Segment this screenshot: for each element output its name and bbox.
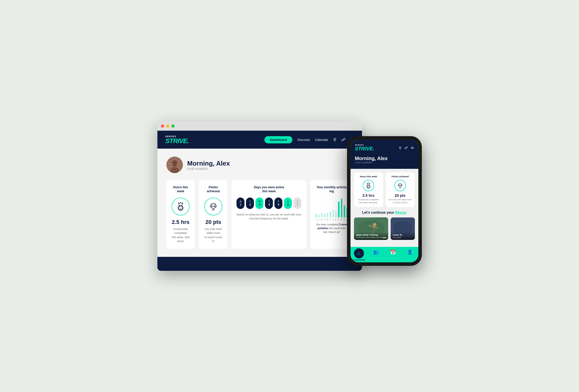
desktop-nav: HEROES STRIVE. Dashboard Discover Calend…	[157, 131, 362, 149]
bar-mar	[321, 212, 322, 217]
profile-icon: 👤	[407, 249, 413, 255]
label-s: S	[338, 218, 339, 221]
workout-card-lower-body[interactable]: Lower B... 30 minutes	[391, 217, 415, 240]
bar-jul	[333, 210, 334, 217]
phone-nav-dashboard[interactable]: ⌂ DASHBOARD	[350, 249, 367, 261]
label-a2: A	[335, 218, 336, 221]
mac-titlebar	[157, 121, 362, 131]
mac-close-button[interactable]	[161, 124, 164, 128]
calendar-icon: 📅	[390, 249, 396, 255]
svg-text:1: 1	[180, 207, 181, 209]
phone-card-hours: Hours this week 1 2.5 hrs of exer	[354, 172, 383, 207]
phone-logo-strive: STRIVE.	[355, 146, 374, 152]
card-points: Points achieved 100 20 pts	[199, 180, 228, 249]
days-row: M 1 T 2 W 3 T	[236, 197, 301, 209]
nav-calendar[interactable]: Calendar	[315, 138, 328, 142]
day-3: W 3	[255, 197, 263, 209]
svg-text:100: 100	[399, 185, 401, 186]
medal-svg: 1	[176, 202, 185, 211]
card-points-title: Points achieved	[204, 186, 223, 193]
day-5: F 5	[274, 197, 282, 209]
phone-body: Hours this week 1 2.5 hrs of exer	[350, 169, 418, 247]
uuid-label: UUID NUMBER	[187, 167, 230, 170]
phone-hours-title: Hours this week	[357, 175, 380, 178]
label-a: A	[324, 218, 325, 221]
card-days-active: Days you were activethis week M 1 T 2	[232, 180, 306, 249]
nav-right: Dashboard Discover Calendar ⚲ ☍ ✉	[264, 136, 354, 143]
svg-text:1: 1	[368, 186, 369, 188]
phone-points-value: 20 pts	[389, 193, 412, 197]
trophy-icon: 100	[204, 197, 222, 215]
chart-description: You have completed 3 more activities thi…	[315, 223, 348, 234]
phone-screen: HEROES STRIVE. ⚲ ☍ ✉ Morning, Alex UUID …	[350, 140, 418, 262]
label-n: N	[344, 218, 345, 221]
monthly-title: Your monthly activity log	[315, 186, 348, 193]
bar-nov	[344, 205, 345, 217]
day-1: M 1	[236, 197, 244, 209]
workout-1-progress: 45%	[381, 236, 388, 240]
points-subtitle: you only need 20pts moreto reach Level 2…	[204, 227, 223, 243]
bars-area	[315, 197, 348, 217]
phone-card-points: Points achieved 100	[386, 172, 415, 207]
bar-chart: J F M A M J J A S O N D	[315, 197, 348, 221]
fitness-title: Let's continue your fitness	[354, 210, 415, 214]
card-hours-week: Hours this week 1 2.5 hrs of exercises c…	[166, 180, 195, 249]
phone-outer: HEROES STRIVE. ⚲ ☍ ✉ Morning, Alex UUID …	[347, 136, 422, 266]
mac-window: HEROES STRIVE. Dashboard Discover Calend…	[157, 121, 362, 271]
hours-value: 2.5 hrs	[172, 219, 190, 225]
phone-search-icon[interactable]: ⚲	[399, 146, 401, 150]
logo: HEROES STRIVE.	[165, 135, 189, 144]
nav-dashboard[interactable]: Dashboard	[264, 136, 292, 143]
card-hours-title: Hours this week	[171, 186, 190, 193]
home-icon: ⌂	[357, 250, 360, 256]
day-7: S 7	[293, 197, 301, 209]
phone-workouts-row: Upper Body Training 30 minutes | Interme…	[354, 217, 415, 240]
cards-row: Hours this week 1 2.5 hrs of exercises c…	[166, 180, 353, 249]
user-greeting: Morning, Alex UUID NUMBER	[166, 157, 353, 173]
svg-point-7	[176, 163, 178, 166]
phone-notification-icon[interactable]: ✉	[411, 146, 414, 150]
phone-nav: HEROES STRIVE. ⚲ ☍ ✉	[350, 140, 418, 156]
workout-2-title: Lower B...	[393, 234, 413, 236]
bar-feb	[318, 214, 320, 217]
workout-card-upper-body[interactable]: Upper Body Training 30 minutes | Interme…	[354, 217, 388, 240]
search-icon[interactable]: ⚲	[333, 137, 336, 142]
phone-medal-icon: 1	[363, 180, 374, 191]
scene: HEROES STRIVE. Dashboard Discover Calend…	[157, 121, 422, 271]
phone-logo: HEROES STRIVE.	[355, 144, 374, 152]
svg-point-6	[171, 163, 173, 166]
logo-strive: STRIVE.	[165, 138, 189, 144]
svg-point-22	[373, 223, 376, 227]
phone-uuid: UUID NUMBER	[355, 161, 414, 164]
phone-wrapper: HEROES STRIVE. ⚲ ☍ ✉ Morning, Alex UUID …	[347, 136, 422, 266]
bar-oct	[341, 198, 342, 217]
hours-subtitle: of exercises completedthis week, well do…	[171, 227, 190, 243]
label-j3: J	[332, 218, 333, 221]
workout-overlay-2: Lower B... 30 minutes	[391, 232, 415, 240]
phone-logo-heroes: HEROES	[355, 144, 374, 146]
days-subtitle: based on what you told us, you are on tr…	[236, 212, 301, 221]
bookmark-icon[interactable]: ☍	[341, 137, 346, 142]
points-value: 20 pts	[205, 219, 221, 225]
phone-hours-sub: of exercises completed this week, well d…	[357, 198, 380, 204]
bar-aug	[335, 211, 337, 217]
mac-minimize-button[interactable]	[166, 124, 169, 128]
desktop-footer	[157, 257, 362, 271]
label-m2: M	[327, 218, 328, 221]
svg-text:100: 100	[212, 205, 215, 207]
phone-nav-profile[interactable]: 👤	[401, 249, 418, 261]
label-j2: J	[330, 218, 331, 221]
greeting-heading: Morning, Alex	[187, 160, 230, 167]
mac-maximize-button[interactable]	[171, 124, 175, 128]
mac-body: HEROES STRIVE. Dashboard Discover Calend…	[157, 131, 362, 271]
greeting-text: Morning, Alex UUID NUMBER	[187, 160, 230, 170]
bar-labels: J F M A M J J A S O N D	[315, 218, 348, 221]
phone-bookmark-icon[interactable]: ☍	[404, 146, 408, 150]
bar-sep	[338, 201, 339, 217]
phone-nav-discover[interactable]: 👥	[367, 249, 384, 261]
phone-nav-calendar[interactable]: 📅	[384, 249, 401, 261]
nav-discover[interactable]: Discover	[297, 138, 310, 142]
trophy-svg: 100	[209, 202, 218, 211]
phone-trophy-icon: 100	[394, 180, 406, 191]
phone-nav-icons: ⚲ ☍ ✉	[399, 146, 414, 150]
